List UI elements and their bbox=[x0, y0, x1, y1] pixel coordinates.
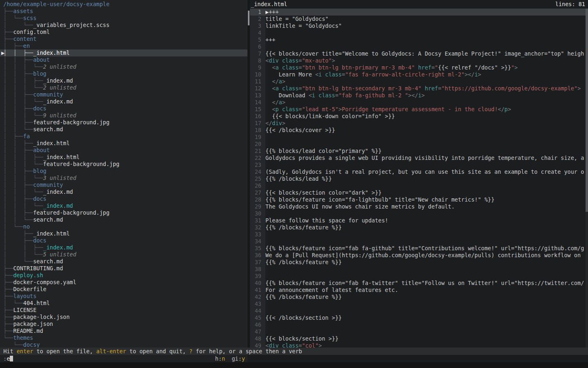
tree-item[interactable]: │ │ │ ├──_index.html bbox=[0, 154, 247, 161]
tree-item[interactable]: │ │ │ └──featured-background.jpg bbox=[0, 161, 247, 168]
command-input-bar[interactable]: :e h:n gi:y bbox=[0, 355, 247, 362]
preview-scrollbar[interactable] bbox=[586, 9, 588, 348]
tree-item[interactable]: ├──CONTRIBUTING.md bbox=[0, 265, 247, 272]
tree-item[interactable]: │ │ │ └──_index.md bbox=[0, 188, 247, 195]
tree-item[interactable]: │ │ ├──about bbox=[0, 147, 247, 154]
line-number: 26 bbox=[250, 182, 265, 189]
line-number: 38 bbox=[250, 266, 265, 273]
tree-item-label: docker-compose.yaml bbox=[13, 279, 76, 285]
tree-item[interactable]: │ │ ├──featured-background.jpg bbox=[0, 209, 247, 216]
line-content bbox=[265, 29, 586, 36]
status-bar: Hit enter to open the file, alt-enter to… bbox=[0, 348, 588, 355]
tree-item[interactable]: │ ├──fa bbox=[0, 133, 247, 140]
preview-scrollbar-thumb[interactable] bbox=[586, 9, 588, 212]
tree-item[interactable]: │ └──search.md bbox=[0, 258, 247, 265]
line-number: 5 bbox=[250, 36, 265, 43]
tree-item[interactable]: │ │ ├──community bbox=[0, 182, 247, 188]
tree-item-label: docs bbox=[33, 237, 47, 244]
tree-item[interactable]: ├──package-lock.json bbox=[0, 314, 247, 321]
tree-item[interactable]: ├──deploy.sh bbox=[0, 272, 247, 279]
tree-item[interactable]: │ │ ├──_index.md bbox=[0, 244, 247, 251]
file-tree-panel[interactable]: /home/example-user/docsy-example├──asset… bbox=[0, 0, 247, 348]
preview-line: 19 bbox=[250, 134, 586, 141]
preview-line: 36We do a [Pull Request](https://github.… bbox=[250, 252, 586, 259]
line-content bbox=[265, 321, 586, 328]
tree-item[interactable]: ├──package.json bbox=[0, 321, 247, 328]
line-number: 33 bbox=[250, 231, 265, 238]
preview-line: 24(Sadly, Goldydocs isn't a real project… bbox=[250, 168, 586, 175]
line-number: 29 bbox=[250, 203, 265, 210]
tree-item[interactable]: │ ├──docs bbox=[0, 237, 247, 244]
tree-item-label: about bbox=[33, 56, 50, 63]
tree-item[interactable]: ├──config.toml bbox=[0, 29, 247, 36]
tree-item-selected[interactable]: ▶│ │ ├──_index.html bbox=[0, 49, 247, 56]
tree-item[interactable]: │ │ │ └──3 unlisted bbox=[0, 175, 247, 182]
line-number: 27 bbox=[250, 189, 265, 196]
tree-item-label: CONTRIBUTING.md bbox=[13, 265, 63, 272]
tree-item[interactable]: │ │ ├──blog bbox=[0, 70, 247, 77]
line-content: {{< /blocks/cover >}} bbox=[265, 127, 586, 134]
tree-item[interactable]: │ │ │ └──_index.md bbox=[0, 98, 247, 105]
tree-item[interactable]: ├──Dockerfile bbox=[0, 286, 247, 293]
tree-item[interactable]: │ │ │ └──9 unlisted bbox=[0, 112, 247, 119]
tree-item[interactable]: │ └──no bbox=[0, 223, 247, 230]
tree-item[interactable]: /home/example-user/docsy-example bbox=[0, 1, 247, 8]
tree-item[interactable]: ├──content bbox=[0, 36, 247, 43]
tree-item-label: community bbox=[33, 91, 63, 98]
preview-line: 9 <a class="btn btn-lg btn-primary mr-3 … bbox=[250, 64, 586, 71]
line-content bbox=[265, 266, 586, 273]
preview-line: 30 bbox=[250, 210, 586, 217]
tree-scrollbar-thumb[interactable] bbox=[248, 11, 249, 25]
tree-item-label: deploy.sh bbox=[13, 272, 43, 278]
tree-item[interactable]: │ │ └──search.md bbox=[0, 126, 247, 133]
line-number: 19 bbox=[250, 134, 265, 141]
bottom-strip bbox=[0, 362, 588, 368]
selection-arrow-icon: ▶ bbox=[1, 49, 4, 56]
line-content bbox=[265, 301, 586, 307]
line-number: 21 bbox=[250, 148, 265, 155]
tree-item[interactable]: │ └──_variables_project.scss bbox=[0, 22, 247, 29]
line-number: 41 bbox=[250, 287, 265, 294]
line-content bbox=[265, 43, 586, 50]
tree-item[interactable]: │ │ ├──blog bbox=[0, 168, 247, 175]
tree-item[interactable]: │ │ └──search.md bbox=[0, 216, 247, 223]
tree-item[interactable]: ├──docker-compose.yaml bbox=[0, 279, 247, 286]
tree-item[interactable]: ├──LICENSE bbox=[0, 307, 247, 314]
preview-line: 21{{% blocks/lead color="primary" %}} bbox=[250, 148, 586, 155]
text-cursor bbox=[10, 356, 13, 361]
tree-item[interactable]: │ │ ├──docs bbox=[0, 195, 247, 202]
preview-line: 49<div class="col"> bbox=[250, 342, 586, 348]
preview-line: 29The Goldydocs UI now shows chair size … bbox=[250, 203, 586, 210]
tree-item[interactable]: ├──README.md bbox=[0, 328, 247, 334]
tree-item[interactable]: │ │ ├──community bbox=[0, 91, 247, 98]
tree-item[interactable]: │ └──404.html bbox=[0, 300, 247, 307]
preview-line: 3linkTitle = "Goldydocs" bbox=[250, 22, 586, 29]
command-input[interactable]: :e bbox=[3, 355, 13, 362]
tree-item[interactable]: │ │ ├──featured-background.jpg bbox=[0, 119, 247, 126]
tree-item[interactable]: │ │ │ └──_index.md bbox=[0, 202, 247, 209]
tree-item[interactable]: │ │ │ ├──_index.md bbox=[0, 77, 247, 84]
tree-item[interactable]: │ ├──_index.html bbox=[0, 230, 247, 237]
tree-item[interactable]: │ │ ├──docs bbox=[0, 105, 247, 112]
tree-item[interactable]: │ │ │ └──2 unlisted bbox=[0, 63, 247, 70]
line-content: linkTitle = "Goldydocs" bbox=[265, 22, 586, 29]
tree-item[interactable]: │ └──scss bbox=[0, 15, 247, 22]
tree-item[interactable]: │ ├──en bbox=[0, 43, 247, 49]
tree-item[interactable]: │ │ ├──about bbox=[0, 56, 247, 63]
line-content: </a> bbox=[265, 78, 586, 85]
tree-item[interactable]: │ │ │ └──2 unlisted bbox=[0, 84, 247, 91]
tree-item[interactable]: ├──assets bbox=[0, 8, 247, 15]
line-number: 39 bbox=[250, 273, 265, 280]
preview-line: 48{{< blocks/section >}} bbox=[250, 335, 586, 342]
preview-lines-count: lines: 81 bbox=[555, 0, 585, 9]
preview-line: 27{{< blocks/section color="dark" >}} bbox=[250, 189, 586, 196]
tree-item[interactable]: │ │ └──5 unlisted bbox=[0, 251, 247, 258]
tree-item[interactable]: │ │ ├──_index.html bbox=[0, 140, 247, 147]
preview-line: 32{{% /blocks/feature %}} bbox=[250, 224, 586, 231]
line-number: 43 bbox=[250, 301, 265, 307]
tree-item[interactable]: └──themes bbox=[0, 334, 247, 341]
tree-item[interactable]: ├──layouts bbox=[0, 293, 247, 300]
tree-item-label: docsy bbox=[23, 341, 40, 348]
code-preview-area[interactable]: 1▶+++2title = "Goldydocs"3linkTitle = "G… bbox=[250, 9, 586, 348]
line-number: 28 bbox=[250, 196, 265, 203]
